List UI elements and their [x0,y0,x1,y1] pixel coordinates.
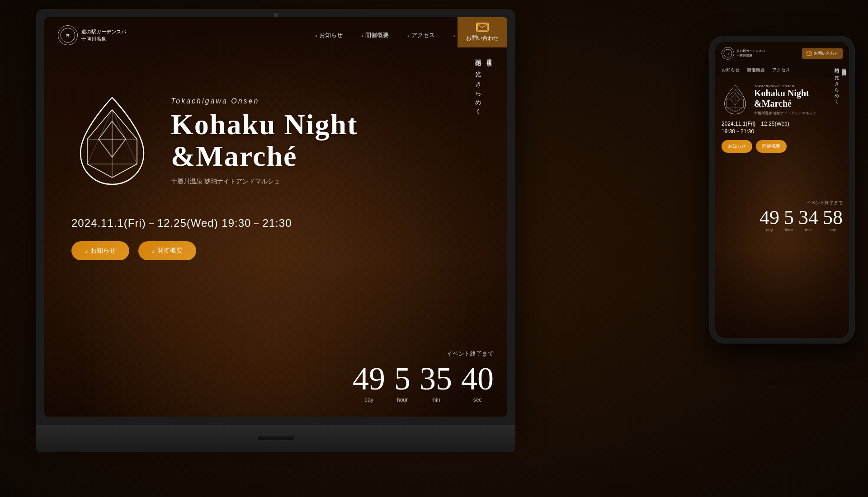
phone-logo: ⛩ 道の駅ガーデンスパ 十勝川温泉 [722,47,765,60]
hero-text: Tokachigawa Onsen Kohaku Night &Marché 十… [171,97,358,186]
phone-hero-text: Tokachigawa Onsen Kohaku Night &Marché 十… [754,84,843,116]
laptop-logo: ⛩ 道の駅ガーデンスパ 十勝川温泉 [58,25,126,45]
phone-countdown-day: 49 day [760,208,779,232]
min-number: 35 [420,362,452,395]
phone-sec-number: 58 [823,208,843,228]
gem-logo [71,94,153,189]
contact-button-fixed[interactable]: お問い合わせ [458,17,507,47]
laptop-screen: ⛩ 道の駅ガーデンスパ 十勝川温泉 お知らせ 開催概要 アクセス [44,17,507,417]
phone-hero: Tokachigawa Onsen Kohaku Night &Marché 十… [715,77,849,160]
hero-buttons: お知らせ 開催概要 [71,241,480,260]
mail-icon [476,23,489,32]
countdown-sec: 40 sec [461,362,494,403]
countdown-label: イベント終了まで [353,350,494,358]
sec-unit: sec [461,397,494,403]
laptop-screen-content: ⛩ 道の駅ガーデンスパ 十勝川温泉 お知らせ 開催概要 アクセス [44,17,507,417]
laptop-header: ⛩ 道の駅ガーデンスパ 十勝川温泉 お知らせ 開催概要 アクセス [44,17,507,53]
phone-hero-subtitle: Tokachigawa Onsen [754,84,843,88]
nav-news[interactable]: お知らせ [315,31,343,39]
phone-logo-text: 道の駅ガーデンスパ 十勝川温泉 [736,49,765,58]
phone-gem-logo [722,84,749,116]
phone-header: ⛩ 道の駅ガーデンスパ 十勝川温泉 お問い合わせ [715,42,849,63]
logo-emblem: ⛩ [58,25,78,45]
hero-date: 2024.11.1(Fri)－12.25(Wed) 19:30－21:30 [71,216,480,230]
news-button[interactable]: お知らせ [71,241,129,260]
phone-news-button[interactable]: お知らせ [722,140,752,153]
nav-overview[interactable]: 開催概要 [361,31,389,39]
countdown-section: イベント終了まで 49 day 5 hour 35 [353,350,494,403]
sec-number: 40 [461,362,494,395]
phone-buttons: お知らせ 開催概要 [722,140,843,153]
laptop-trackpad [258,436,294,440]
phone-nav-news[interactable]: お知らせ [722,67,740,73]
phone-nav-access[interactable]: アクセス [772,67,790,73]
hero-subtitle: Tokachigawa Onsen [171,97,358,105]
phone-min-number: 34 [798,208,818,228]
phone-countdown-sec: 58 sec [823,208,843,232]
laptop-body: ⛩ 道の駅ガーデンスパ 十勝川温泉 お知らせ 開催概要 アクセス [36,9,515,425]
hero-title-japanese: 十勝川温泉 琥珀ナイトアンドマルシェ [171,178,358,186]
phone-hour-unit: hour [784,228,794,232]
day-unit: day [353,397,385,403]
phone-contact-button[interactable]: お問い合わせ [802,48,843,59]
phone-content: 十勝川温泉 琥珀の光にきらめく ⛩ 道の駅ガーデンスパ [715,42,849,338]
day-number: 49 [353,362,385,395]
phone-overview-button[interactable]: 開催概要 [756,140,787,153]
overview-button[interactable]: 開催概要 [138,241,196,260]
phone-countdown-hour: 5 hour [784,208,794,232]
logo-text: 道の駅ガーデンスパ 十勝川温泉 [81,28,126,43]
laptop-device: ⛩ 道の駅ガーデンスパ 十勝川温泉 お知らせ 開催概要 アクセス [36,9,515,452]
phone-device: 十勝川温泉 琥珀の光にきらめく ⛩ 道の駅ガーデンスパ [710,36,854,343]
contact-label: お問い合わせ [466,34,499,42]
hero-logo-area: Tokachigawa Onsen Kohaku Night &Marché 十… [71,94,480,189]
svg-text:⛩: ⛩ [66,34,70,38]
hour-number: 5 [394,362,410,395]
phone-countdown-min: 34 min [798,208,818,232]
phone-date: 2024.11.1(Fri)－12.25(Wed) 19:30－21:30 [722,120,843,136]
phone-hero-title: Kohaku Night &Marché [754,88,843,109]
laptop-camera [274,13,278,17]
countdown-hour: 5 hour [394,362,410,403]
phone-countdown-numbers: 49 day 5 hour 34 min 58 [715,208,849,237]
phone-nav-overview[interactable]: 開催概要 [747,67,765,73]
phone-day-number: 49 [760,208,779,228]
min-unit: min [420,397,452,403]
phone-screen: 十勝川温泉 琥珀の光にきらめく ⛩ 道の駅ガーデンスパ [715,42,849,338]
phone-hero-japanese: 十勝川温泉 琥珀ナイトアンドマルシェ [754,111,843,116]
phone-contact-label: お問い合わせ [814,51,838,56]
laptop-base [36,425,515,452]
scene: ⛩ 道の駅ガーデンスパ 十勝川温泉 お知らせ 開催概要 アクセス [0,0,868,497]
phone-hour-number: 5 [784,208,794,228]
svg-line-9 [87,110,112,164]
countdown-numbers: 49 day 5 hour 35 min [353,362,494,403]
svg-text:⛩: ⛩ [726,53,729,56]
countdown-min: 35 min [420,362,452,403]
countdown-day: 49 day [353,362,385,403]
phone-nav: お知らせ 開催概要 アクセス [715,63,849,77]
phone-logo-emblem: ⛩ [722,47,734,60]
nav-access[interactable]: アクセス [407,31,435,39]
phone-countdown-section: イベント終了まで 49 day 5 hour 34 min [715,196,849,237]
hour-unit: hour [394,397,410,403]
svg-line-10 [112,110,137,164]
hero-title: Kohaku Night &Marché [171,109,358,173]
